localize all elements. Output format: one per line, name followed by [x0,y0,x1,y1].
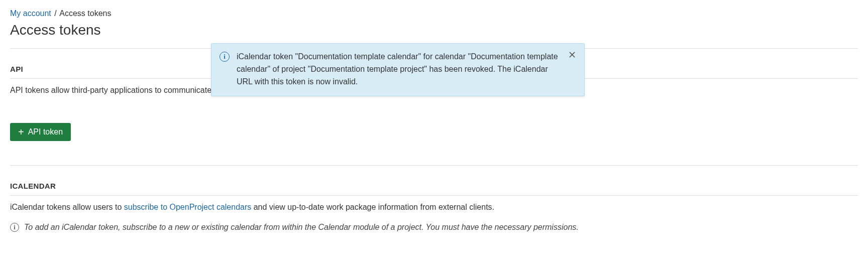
icalendar-section: ICALENDAR iCalendar tokens allow users t… [10,165,858,232]
page-title: Access tokens [10,22,858,38]
icalendar-hint: i To add an iCalendar token, subscribe t… [10,223,858,232]
toast-message: iCalendar token "Documentation template … [237,51,562,88]
subscribe-calendars-link[interactable]: subscribe to OpenProject calendars [124,203,251,211]
breadcrumb-separator: / [54,9,56,18]
toast-close-button[interactable] [566,49,578,61]
close-icon [569,51,575,58]
info-icon: i [10,223,19,232]
add-api-token-label: API token [28,127,63,136]
breadcrumb-current: Access tokens [59,9,111,18]
icalendar-hint-text: To add an iCalendar token, subscribe to … [24,223,579,232]
icalendar-section-heading: ICALENDAR [10,182,858,196]
ical-desc-prefix: iCalendar tokens allow users to [10,203,124,211]
toast-notification: i iCalendar token "Documentation templat… [211,43,585,96]
add-api-token-button[interactable]: + API token [10,123,71,141]
info-icon: i [220,52,230,62]
breadcrumb: My account / Access tokens [10,9,858,18]
ical-desc-suffix: and view up-to-date work package informa… [251,203,494,211]
plus-icon: + [18,128,24,136]
breadcrumb-link-my-account[interactable]: My account [10,9,51,18]
icalendar-section-description: iCalendar tokens allow users to subscrib… [10,203,858,212]
